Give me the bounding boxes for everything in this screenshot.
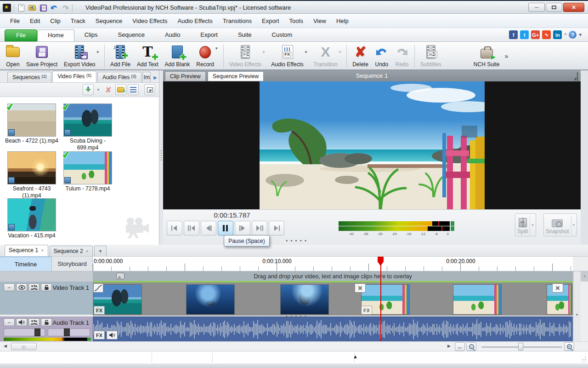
file-item-scuba-diving[interactable]: ✔ Scuba Diving - 699.mp4 — [61, 104, 115, 151]
stumbleupon-icon[interactable]: ∿ — [542, 30, 551, 39]
zoom-out-button[interactable]: − — [466, 342, 476, 351]
clip-audio-badge[interactable] — [107, 331, 118, 339]
record-button[interactable]: Record ▾ — [193, 43, 220, 69]
collapse-track-button[interactable]: − — [4, 318, 15, 326]
tab-export[interactable]: Export — [190, 29, 228, 41]
add-to-sequence-button[interactable] — [83, 84, 94, 95]
menu-export[interactable]: Export — [257, 16, 284, 26]
fit-timeline-button[interactable]: ↔ — [455, 342, 465, 351]
help-icon[interactable]: ? — [569, 31, 577, 39]
collapse-overlay-icon[interactable]: ▲ — [583, 274, 586, 277]
zoom-slider-knob[interactable] — [518, 343, 523, 351]
panel-splitter[interactable]: ●●●●● — [159, 70, 163, 245]
googleplus-icon[interactable]: G+ — [531, 30, 540, 39]
maximize-button[interactable] — [546, 3, 562, 12]
playhead-line[interactable] — [380, 257, 381, 341]
tab-audio[interactable]: Audio — [155, 29, 190, 41]
delete-button[interactable]: ✘ Delete — [349, 43, 372, 69]
export-video-button[interactable]: Export Video ▾ — [61, 43, 102, 69]
twitter-icon[interactable]: t — [520, 30, 529, 39]
collapse-track-button[interactable]: − — [4, 283, 15, 291]
track-group-button[interactable] — [28, 283, 40, 291]
file-item-seafront[interactable]: Seafront - 4743 (1).mp4 — [5, 151, 59, 199]
float-panel-button[interactable] — [144, 84, 155, 95]
help-dropdown-icon[interactable]: ▾ — [579, 32, 582, 38]
track-mute-button[interactable] — [16, 318, 27, 326]
close-tab-icon[interactable]: × — [41, 247, 44, 253]
collapse-ribbon-icon[interactable]: ^ — [564, 32, 566, 38]
transition-badge-icon[interactable]: ✕ — [355, 283, 366, 293]
add-text-button[interactable]: T✚ Add Text — [134, 43, 161, 69]
file-item-vacation[interactable]: Vacation - 415.mp4 — [5, 198, 59, 239]
go-to-start-button[interactable] — [167, 221, 182, 236]
undo-button[interactable]: Undo — [372, 43, 392, 69]
tab-video-files[interactable]: Video Files (5) — [52, 71, 96, 82]
pan-slider[interactable] — [48, 328, 90, 336]
new-sequence-tab-button[interactable]: + — [94, 246, 107, 256]
go-to-end-button[interactable] — [269, 221, 284, 236]
file-item-tulum[interactable]: ✔ Tulum - 7278.mp4 — [61, 151, 115, 192]
track-visibility-button[interactable] — [16, 283, 27, 291]
menu-video-effects[interactable]: Video Effects — [128, 16, 172, 26]
file-item-beach[interactable]: ✔ Beach - 4722 (1).mp4 — [5, 104, 59, 144]
toolbar-more-icon[interactable]: » — [505, 52, 509, 60]
save-project-button[interactable]: Save Project — [23, 43, 61, 69]
resize-grip[interactable] — [581, 356, 586, 362]
tab-sequence[interactable]: Sequence — [108, 29, 155, 41]
timeline-ruler[interactable]: 0:00:00.000 0:00:10.000 0:00:20.000 — [93, 257, 573, 271]
clip-fx-badge[interactable]: FX — [94, 331, 105, 339]
file-thumbnail[interactable]: ✔ — [7, 104, 56, 137]
timeline-clip-frame[interactable] — [453, 284, 502, 315]
tab-images[interactable]: Images — [142, 72, 151, 82]
redo-icon[interactable] — [61, 4, 69, 12]
add-blank-button[interactable]: ✚ Add Blank — [162, 43, 193, 69]
new-folder-button[interactable] — [115, 84, 126, 95]
tab-clip-preview[interactable]: Clip Preview — [165, 71, 206, 81]
nch-suite-button[interactable]: ▶ NCH Suite — [470, 43, 503, 69]
menu-sequence[interactable]: Sequence — [91, 16, 127, 26]
tab-file[interactable]: File — [5, 29, 37, 41]
float-preview-button[interactable] — [577, 73, 578, 81]
step-forward-button[interactable] — [235, 221, 250, 236]
new-project-icon[interactable] — [17, 4, 25, 12]
timeline-clip-frame[interactable] — [280, 284, 329, 315]
menu-view[interactable]: View — [309, 16, 331, 26]
tab-sequences[interactable]: Sequences (2) — [7, 72, 51, 82]
file-thumbnail[interactable]: ✔ — [63, 151, 112, 184]
pause-button[interactable] — [218, 221, 233, 236]
menu-help[interactable]: Help — [332, 16, 353, 26]
view-storyboard-button[interactable]: Storyboard — [52, 257, 93, 271]
add-file-button[interactable]: ♪✚ Add File — [107, 43, 134, 69]
scroll-down-icon[interactable]: ▼ — [575, 313, 579, 317]
tab-custom[interactable]: Custom — [262, 29, 303, 41]
open-button[interactable]: Open — [3, 43, 23, 69]
previous-clip-button[interactable] — [184, 221, 199, 236]
list-view-button[interactable] — [128, 84, 139, 95]
menu-transitions[interactable]: Transitions — [218, 16, 256, 26]
add-to-sequence-dropdown-icon[interactable]: ▼ — [95, 84, 102, 95]
tab-audio-files[interactable]: Audio Files (3) — [97, 72, 141, 82]
audio-effects-dropdown-icon[interactable]: ▾ — [305, 50, 307, 54]
file-thumbnail[interactable] — [7, 151, 56, 184]
track-group-button[interactable] — [28, 318, 40, 326]
menu-tools[interactable]: Tools — [285, 16, 308, 26]
menu-file[interactable]: File — [6, 16, 24, 26]
horizontal-splitter-handle[interactable]: ● ● ● ● ● — [286, 239, 307, 242]
linkedin-icon[interactable]: in — [553, 30, 562, 39]
transition-badge-icon[interactable]: ✕ — [552, 283, 563, 293]
clip-fx-badge[interactable]: FX — [94, 306, 105, 315]
audio-track-lane[interactable]: FX — [93, 316, 573, 341]
scroll-right-icon[interactable]: ▶ — [447, 344, 451, 348]
open-project-icon[interactable] — [28, 4, 36, 12]
view-timeline-button[interactable]: Timeline — [0, 257, 52, 271]
show-panel-caret-icon[interactable]: ▲ — [353, 354, 358, 359]
media-tabs-scroll-icon[interactable]: ▶ — [153, 75, 157, 80]
audio-effects-button[interactable]: FX Audio Effects ▾ — [268, 43, 310, 69]
fade-badge-icon[interactable] — [93, 283, 103, 293]
minimize-button[interactable]: ─ — [528, 3, 545, 12]
file-thumbnail[interactable] — [7, 198, 56, 231]
track-lock-button[interactable] — [41, 318, 52, 326]
video-track-lane[interactable]: FX ✕ FX ✕ — [93, 282, 573, 316]
track-splitter-handle[interactable]: ● ● ● ● ● — [286, 315, 307, 318]
record-dropdown-icon[interactable]: ▾ — [215, 46, 218, 51]
